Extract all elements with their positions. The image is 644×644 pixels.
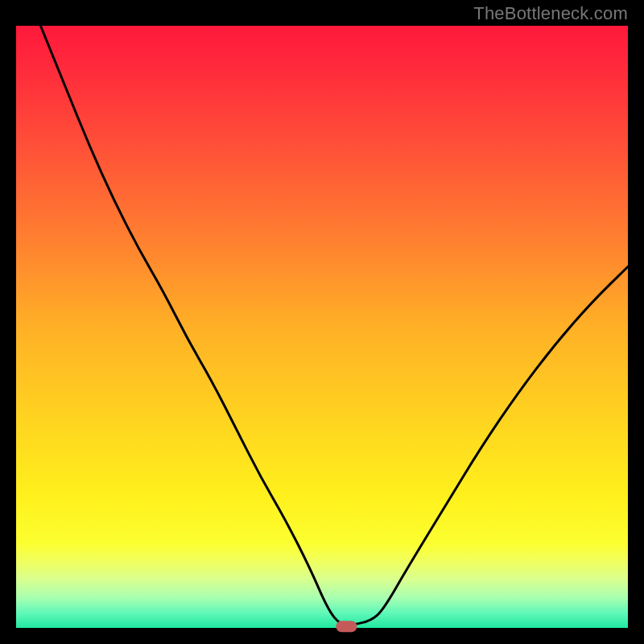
chart-stage: TheBottleneck.com [0, 0, 644, 644]
chart-canvas [0, 0, 644, 644]
attribution-text: TheBottleneck.com [473, 3, 628, 24]
